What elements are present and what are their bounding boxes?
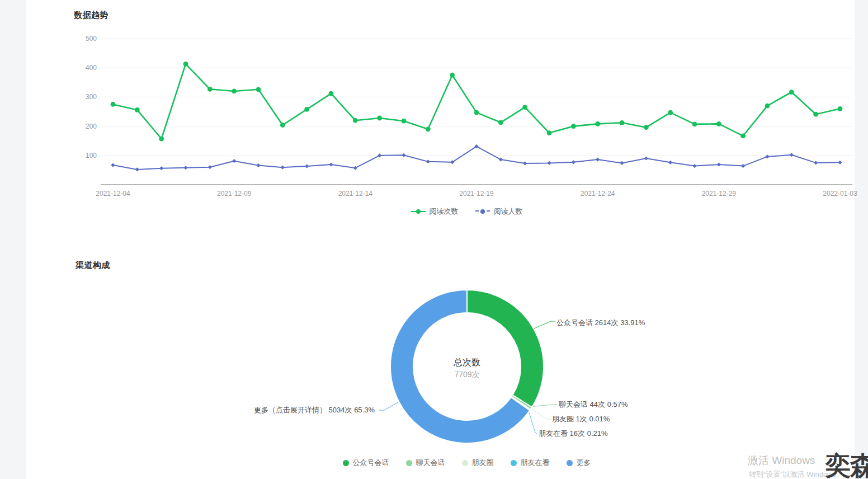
- donut-legend-label: 公众号会话: [353, 458, 389, 468]
- donut-center-value: 7709次: [411, 370, 523, 380]
- svg-text:2022-01-03: 2022-01-03: [823, 190, 857, 198]
- donut-legend-label: 朋友圈: [472, 458, 494, 468]
- callout-line-gzh: [534, 321, 555, 328]
- svg-text:2021-12-14: 2021-12-14: [338, 190, 373, 198]
- legend-dot-icon: [462, 460, 468, 466]
- svg-text:2021-12-09: 2021-12-09: [217, 190, 252, 198]
- legend-item-read-users[interactable]: 阅读人数: [475, 206, 523, 217]
- svg-text:2021-12-29: 2021-12-29: [702, 190, 737, 198]
- donut-legend-item[interactable]: 公众号会话: [343, 458, 389, 468]
- read-users-legend-label: 阅读人数: [494, 206, 523, 217]
- callout-line-more: [379, 401, 400, 410]
- legend-dot-icon: [343, 460, 349, 466]
- callout-line-moments: [530, 408, 552, 419]
- svg-text:100: 100: [86, 152, 97, 159]
- channel-section-title: 渠道构成: [76, 260, 110, 271]
- watermark-logo: 奕森格: [825, 449, 868, 479]
- callout-line-wow: [528, 409, 537, 434]
- callout-label-moments: 朋友圈 1次 0.01%: [552, 415, 610, 424]
- read-count-legend-label: 阅读次数: [430, 206, 459, 217]
- legend-dot-icon: [567, 460, 573, 466]
- read-users-line-marker-icon: [475, 209, 490, 214]
- donut-center-label: 总次数: [411, 357, 523, 369]
- page-background: { "watermark": { "line1": "激活 Windows", …: [0, 0, 868, 479]
- callout-label-wow: 朋友在看 16次 0.21%: [539, 429, 608, 438]
- callout-label-chat: 聊天会话 44次 0.57%: [559, 400, 628, 409]
- donut-legend-item[interactable]: 更多: [567, 458, 591, 468]
- donut-legend-label: 聊天会话: [416, 458, 445, 468]
- watermark-activate-windows: 激活 Windows: [748, 453, 815, 468]
- svg-text:2021-12-19: 2021-12-19: [459, 190, 494, 198]
- donut-legend-item[interactable]: 朋友圈: [462, 458, 494, 468]
- trend-legend: 阅读次数 阅读人数: [53, 206, 868, 217]
- legend-dot-icon: [406, 460, 412, 466]
- svg-text:400: 400: [86, 64, 97, 72]
- legend-item-read-count[interactable]: 阅读次数: [411, 206, 459, 217]
- donut-legend-label: 更多: [577, 458, 591, 468]
- svg-text:2021-12-24: 2021-12-24: [581, 190, 615, 198]
- svg-text:300: 300: [86, 93, 97, 101]
- donut-legend-item[interactable]: 朋友在看: [511, 458, 550, 468]
- svg-text:200: 200: [86, 123, 97, 130]
- svg-text:500: 500: [86, 35, 97, 43]
- donut-legend-item[interactable]: 聊天会话: [406, 458, 445, 468]
- donut-legend-label: 朋友在看: [521, 458, 550, 468]
- trend-line-chart[interactable]: 1002003004005002021-12-042021-12-092021-…: [26, 0, 868, 224]
- callout-label-gzh: 公众号会话 2614次 33.91%: [556, 318, 645, 327]
- content-card: 数据趋势 1002003004005002021-12-042021-12-09…: [26, 0, 855, 479]
- read-count-line-marker-icon: [411, 209, 426, 214]
- legend-dot-icon: [511, 460, 517, 466]
- callout-label-more-expand[interactable]: 更多（点击展开详情） 5034次 65.3%: [229, 406, 375, 415]
- svg-text:2021-12-04: 2021-12-04: [96, 190, 130, 198]
- donut-legend: 公众号会话聊天会话朋友圈朋友在看更多: [53, 458, 868, 468]
